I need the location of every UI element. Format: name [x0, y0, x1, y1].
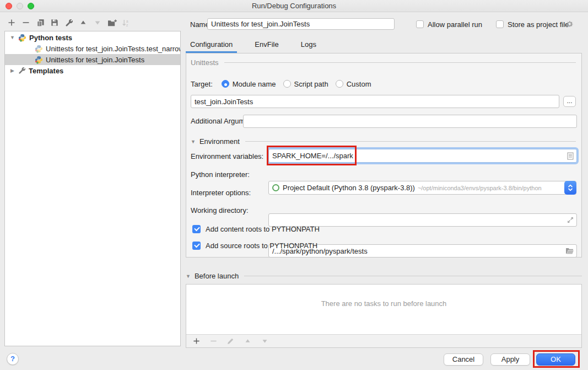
- dropdown-stepper-icon[interactable]: [564, 181, 576, 195]
- add-source-roots-row[interactable]: Add source roots to PYTHONPATH: [192, 242, 317, 250]
- add-content-roots-checkbox[interactable]: [192, 225, 201, 233]
- templates-wrench-icon: [18, 67, 26, 74]
- move-down-icon: [93, 18, 103, 28]
- add-icon[interactable]: [7, 18, 17, 28]
- edit-templates-icon[interactable]: [64, 18, 74, 28]
- working-directory-label: Working directory:: [191, 206, 249, 215]
- store-as-project-file-label: Store as project file: [508, 20, 569, 29]
- before-launch-empty-message: There are no tasks to run before launch: [186, 299, 581, 308]
- configurations-tree: ▼ Python tests Unittests for test_join.J…: [4, 31, 181, 346]
- before-launch-toolbar: [186, 334, 581, 347]
- sort-configurations-icon: az: [121, 18, 131, 28]
- python-interpreter-select[interactable]: Project Default (Python 3.8 (pyspark-3.8…: [268, 181, 576, 195]
- before-launch-label: Before launch: [195, 272, 239, 280]
- tree-item-label: Python tests: [29, 34, 72, 42]
- section-divider: [244, 276, 582, 276]
- add-content-roots-label: Add content roots to PYTHONPATH: [206, 225, 320, 233]
- svg-text:z: z: [126, 23, 128, 27]
- add-source-roots-checkbox[interactable]: [192, 242, 201, 250]
- add-content-roots-row[interactable]: Add content roots to PYTHONPATH: [192, 225, 320, 233]
- new-folder-icon[interactable]: [107, 18, 117, 28]
- ok-button[interactable]: OK: [536, 353, 575, 366]
- move-task-up-icon: [242, 336, 252, 346]
- title-bar: Run/Debug Configurations: [0, 0, 588, 12]
- tree-item-unittests-jointests[interactable]: Unittests for test_join.JoinTests: [5, 54, 180, 65]
- radio-custom[interactable]: [336, 80, 343, 88]
- collapse-triangle-icon[interactable]: ▼: [186, 274, 191, 279]
- svg-text:a: a: [126, 19, 128, 23]
- before-launch-panel: There are no tasks to run before launch: [186, 284, 582, 348]
- environment-variables-label: Environment variables:: [191, 152, 263, 160]
- environment-variables-value: SPARK_HOME=/.../spark: [272, 152, 353, 160]
- tree-item-unittests-test-narrow[interactable]: Unittests for test_join.JoinTests.test_n…: [5, 43, 180, 54]
- window-title: Run/Debug Configurations: [0, 2, 588, 10]
- target-row: Target: Module name Script path Custom: [191, 78, 378, 89]
- add-source-roots-label: Add source roots to PYTHONPATH: [206, 242, 317, 250]
- name-input[interactable]: [207, 18, 395, 30]
- remove-icon[interactable]: [21, 18, 31, 28]
- browse-button[interactable]: ...: [563, 96, 576, 107]
- tab-configuration[interactable]: Configuration: [186, 39, 237, 53]
- allow-parallel-run-label: Allow parallel run: [428, 20, 482, 29]
- environment-section-header: ▼ Environment: [191, 137, 576, 146]
- target-module-input[interactable]: [191, 95, 559, 108]
- unittests-group-title: Unittests: [191, 58, 219, 67]
- tab-envfile[interactable]: EnvFile: [250, 39, 283, 53]
- tab-logs[interactable]: Logs: [296, 39, 321, 53]
- python-test-config-icon: [35, 45, 43, 53]
- tree-item-label: Unittests for test_join.JoinTests: [46, 56, 144, 64]
- environment-section-label: Environment: [199, 137, 240, 146]
- tree-item-python-tests[interactable]: ▼ Python tests: [5, 32, 180, 43]
- move-up-icon[interactable]: [78, 18, 88, 28]
- chevron-right-icon[interactable]: ▶: [9, 68, 15, 73]
- group-divider: [224, 62, 576, 63]
- allow-parallel-run-checkbox[interactable]: [416, 20, 424, 28]
- before-launch-header: ▼ Before launch: [186, 272, 582, 280]
- target-option-script-path[interactable]: Script path: [283, 80, 328, 88]
- chevron-down-icon[interactable]: ▼: [9, 35, 15, 40]
- add-task-icon[interactable]: [191, 336, 201, 346]
- move-task-down-icon: [260, 336, 269, 346]
- radio-module-name[interactable]: [222, 80, 229, 88]
- configurations-toolbar: az: [7, 17, 131, 28]
- tab-bar: Configuration EnvFile Logs: [186, 39, 334, 53]
- python-interpreter-label: Python interpreter:: [191, 170, 250, 179]
- apply-button[interactable]: Apply: [490, 353, 530, 366]
- expand-field-icon[interactable]: [567, 217, 574, 223]
- collapse-triangle-icon[interactable]: ▼: [191, 139, 196, 144]
- interpreter-options-label: Interpreter options:: [191, 189, 251, 197]
- cancel-button[interactable]: Cancel: [444, 353, 483, 366]
- tree-item-label: Templates: [29, 67, 63, 75]
- section-divider: [245, 141, 576, 142]
- python-interpreter-path: ~/opt/miniconda3/envs/pyspark-3.8/bin/py…: [418, 185, 542, 191]
- environment-variables-field[interactable]: SPARK_HOME=/.../spark: [268, 149, 577, 163]
- additional-arguments-input[interactable]: [243, 115, 577, 128]
- store-as-project-file-checkbox[interactable]: [496, 20, 504, 28]
- tree-item-label: Unittests for test_join.JoinTests.test_n…: [46, 45, 180, 53]
- run-debug-configurations-dialog: Run/Debug Configurations az ▼ Pyt: [0, 0, 588, 370]
- browse-env-vars-icon[interactable]: [567, 152, 574, 160]
- folder-icon[interactable]: [565, 248, 574, 254]
- target-option-module-name[interactable]: Module name: [222, 80, 276, 88]
- python-tests-icon: [18, 34, 26, 42]
- remove-task-icon: [208, 336, 218, 346]
- gear-icon[interactable]: [565, 20, 574, 28]
- target-option-custom[interactable]: Custom: [336, 80, 371, 88]
- python-interpreter-value: Project Default (Python 3.8 (pyspark-3.8…: [283, 184, 415, 192]
- tree-item-templates[interactable]: ▶ Templates: [5, 65, 180, 76]
- radio-script-path[interactable]: [283, 80, 291, 88]
- help-button[interactable]: ?: [7, 353, 19, 365]
- target-label: Target:: [191, 80, 213, 88]
- conda-env-icon: [272, 184, 279, 191]
- configuration-panel: Unittests Target: Module name Script pat…: [186, 53, 582, 258]
- edit-task-pencil-icon: [225, 336, 235, 346]
- copy-icon[interactable]: [35, 18, 45, 28]
- save-icon[interactable]: [50, 18, 60, 28]
- python-test-config-icon: [35, 56, 43, 64]
- unittests-group-header: Unittests: [191, 58, 576, 67]
